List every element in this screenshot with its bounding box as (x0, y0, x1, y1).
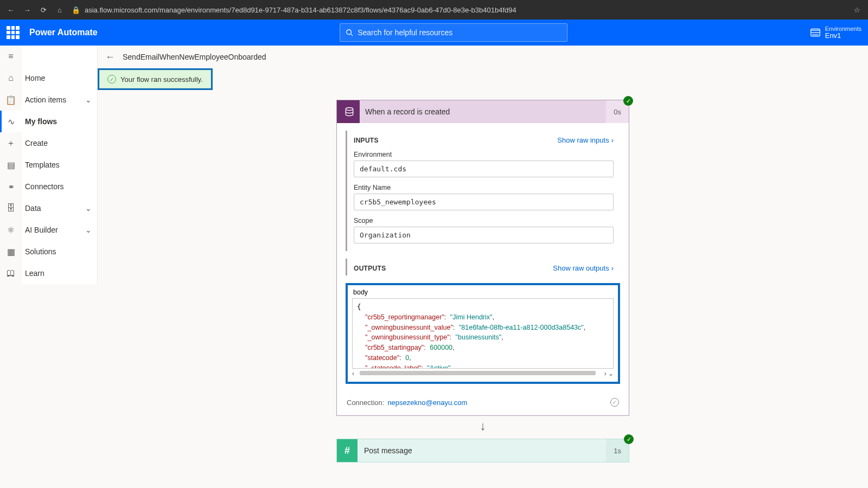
brand-title[interactable]: Power Automate (29, 28, 98, 37)
action-card[interactable]: ✓ # Post message 1s (336, 439, 629, 463)
success-check-icon: ✓ (107, 75, 116, 84)
entity-field-value: cr5b5_newemployees (354, 194, 614, 210)
nav-ai-builder[interactable]: AI Builder⌄ (22, 219, 98, 241)
forward-icon[interactable]: → (23, 6, 31, 14)
nav-data[interactable]: Data⌄ (22, 197, 98, 219)
svg-line-1 (351, 34, 353, 36)
template-icon: ▤ (0, 154, 22, 176)
url-text: asia.flow.microsoft.com/manage/environme… (85, 6, 516, 14)
connection-row: Connection: nepsezekno@enayu.com ✓ (337, 391, 629, 415)
search-box[interactable] (340, 23, 567, 42)
ai-icon: ⚛ (0, 219, 22, 241)
environment-field-label: Environment (354, 151, 614, 158)
step-success-badge: ✓ (624, 434, 634, 444)
nav-my-flows[interactable]: My flows (22, 111, 98, 132)
body-label: body (353, 288, 614, 296)
scroll-right-icon[interactable]: › ⌄ (604, 370, 614, 377)
home-nav-icon: ⌂ (0, 67, 22, 89)
plus-icon: ＋ (0, 132, 22, 154)
connection-link[interactable]: nepsezekno@enayu.com (387, 399, 467, 407)
search-icon (346, 29, 353, 36)
flow-title: SendEmailWhenNewEmployeeOnboarded (123, 53, 266, 61)
scope-field-value: Organization (354, 227, 614, 243)
environment-field-value: default.cds (354, 160, 614, 177)
environment-label: Environments (825, 25, 861, 32)
connection-label: Connection: (347, 399, 384, 407)
chevron-right-icon: › (611, 136, 614, 144)
hamburger-icon[interactable]: ≡ (0, 46, 22, 67)
svg-point-0 (347, 30, 352, 35)
show-raw-outputs-link[interactable]: Show raw outputs › (553, 264, 614, 272)
learn-icon: 🕮 (0, 262, 22, 284)
clipboard-icon: 📋 (0, 89, 22, 111)
environment-name: Env1 (825, 32, 861, 40)
nav-learn[interactable]: Learn (22, 262, 98, 284)
home-icon[interactable]: ⌂ (55, 6, 64, 14)
body-json-viewer[interactable]: { "cr5b5_reportingmanager": "Jimi Hendri… (352, 298, 614, 369)
trigger-card: ✓ When a record is created 0s INPUTS Sho… (336, 100, 629, 416)
status-banner: ✓ Your flow ran successfully. (98, 68, 868, 90)
slack-icon: # (337, 439, 358, 462)
horizontal-scrollbar[interactable] (360, 371, 596, 375)
entity-field-label: Entity Name (354, 184, 614, 191)
main-content: ← SendEmailWhenNewEmployeeOnboarded ✓ Yo… (98, 46, 868, 488)
step-success-badge: ✓ (623, 96, 633, 106)
bookmark-icon[interactable]: ☆ (853, 6, 861, 14)
trigger-title: When a record is created (360, 107, 606, 116)
reload-icon[interactable]: ⟳ (39, 6, 48, 14)
scope-field-label: Scope (354, 217, 614, 224)
scroll-left-icon[interactable]: ‹ (352, 370, 354, 377)
chevron-right-icon: › (611, 264, 614, 272)
nav-templates[interactable]: Templates (22, 154, 98, 176)
outputs-label: OUTPUTS (354, 265, 386, 272)
lock-icon: 🔒 (72, 6, 80, 14)
action-title: Post message (358, 446, 606, 455)
search-input[interactable] (358, 28, 561, 37)
connection-ok-icon: ✓ (610, 398, 619, 407)
flow-arrow-icon: ↓ (98, 416, 868, 439)
nav-connectors[interactable]: Connectors (22, 176, 98, 197)
nav-solutions[interactable]: Solutions (22, 241, 98, 262)
dataverse-icon (339, 100, 360, 123)
show-raw-inputs-link[interactable]: Show raw inputs › (557, 136, 614, 144)
output-body-box: body { "cr5b5_reportingmanager": "Jimi H… (346, 283, 620, 384)
page-titlebar: ← SendEmailWhenNewEmployeeOnboarded (98, 46, 868, 68)
back-arrow-icon[interactable]: ← (105, 52, 115, 63)
outputs-section: OUTPUTS Show raw outputs › (346, 259, 620, 275)
flow-icon: ∿ (0, 111, 22, 132)
back-icon[interactable]: ← (7, 6, 15, 14)
solutions-icon: ▦ (0, 241, 22, 262)
chevron-down-icon: ⌄ (85, 204, 92, 213)
inputs-section: INPUTS Show raw inputs › Environment def… (346, 131, 620, 251)
environment-picker[interactable]: Environments Env1 (810, 25, 861, 40)
inputs-label: INPUTS (354, 137, 379, 144)
banner-text: Your flow ran successfully. (120, 75, 203, 84)
address-bar[interactable]: 🔒 asia.flow.microsoft.com/manage/environ… (72, 6, 845, 14)
trigger-header[interactable]: When a record is created 0s (337, 100, 629, 123)
chevron-down-icon: ⌄ (85, 226, 92, 234)
app-launcher-icon[interactable] (7, 26, 20, 39)
svg-point-3 (346, 108, 353, 111)
nav-action-items[interactable]: Action items⌄ (22, 89, 98, 111)
environment-icon (810, 27, 821, 38)
connector-icon: ⚭ (0, 176, 22, 197)
nav-create[interactable]: Create (22, 132, 98, 154)
browser-chrome: ← → ⟳ ⌂ 🔒 asia.flow.microsoft.com/manage… (0, 0, 868, 20)
chevron-down-icon: ⌄ (85, 95, 92, 104)
data-icon: 🗄 (0, 197, 22, 219)
nav-home[interactable]: Home (22, 67, 98, 89)
app-header: Power Automate Environments Env1 (0, 20, 868, 46)
